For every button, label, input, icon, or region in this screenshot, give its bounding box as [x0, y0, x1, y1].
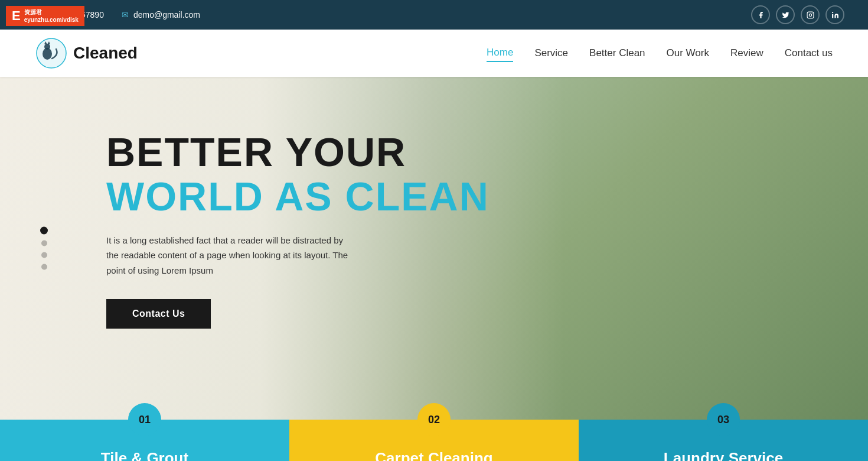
service-card-2: 02 Carpet Cleaning It is a long establis…	[289, 420, 579, 461]
nav-our-work[interactable]: Our Work	[667, 45, 709, 61]
hero-content: BETTER YOUR WORLD AS CLEAN It is a long …	[0, 77, 868, 329]
hero-description: It is a long established fact that a rea…	[106, 233, 354, 278]
hero-cta-button[interactable]: Contact Us	[106, 299, 211, 329]
email-icon: ✉	[122, 10, 129, 20]
social-links	[751, 5, 844, 24]
svg-point-1	[809, 14, 811, 16]
nav-better-clean[interactable]: Better Clean	[589, 45, 645, 61]
svg-point-6	[44, 44, 50, 50]
service-number-3: 03	[707, 403, 740, 436]
service-title-1: Tile & Grout	[24, 449, 266, 461]
nav-contact-us[interactable]: Contact us	[785, 45, 833, 61]
slide-dot-3[interactable]	[41, 252, 47, 258]
hero-title-line1: BETTER YOUR	[106, 130, 868, 174]
svg-point-3	[832, 12, 833, 13]
services-section: 01 Tile & Grout It is a long established…	[0, 420, 868, 461]
hero-title-line2: WORLD AS CLEAN	[106, 174, 868, 219]
service-card-3: 03 Laundry Service It is a long establis…	[579, 420, 868, 461]
top-bar: 📞 (+71)1234567890 ✉ demo@gmail.com	[0, 0, 868, 30]
email-contact: ✉ demo@gmail.com	[122, 10, 200, 20]
service-number-1: 01	[128, 403, 161, 436]
nav-links: Home Service Better Clean Our Work Revie…	[487, 44, 833, 62]
logo[interactable]: Cleaned	[35, 37, 138, 69]
nav-review[interactable]: Review	[730, 45, 763, 61]
service-title-3: Laundry Service	[602, 449, 844, 461]
watermark: E 资源君 eyunzhu.com/vdisk	[6, 6, 84, 26]
navbar: Cleaned Home Service Better Clean Our Wo…	[0, 30, 868, 77]
nav-home[interactable]: Home	[487, 44, 513, 62]
logo-icon	[35, 37, 67, 69]
service-card-1: 01 Tile & Grout It is a long established…	[0, 420, 289, 461]
nav-service[interactable]: Service	[534, 45, 568, 61]
service-title-2: Carpet Cleaning	[313, 449, 555, 461]
logo-text: Cleaned	[73, 44, 138, 63]
email-address: demo@gmail.com	[133, 10, 200, 20]
instagram-link[interactable]	[801, 5, 820, 24]
svg-rect-0	[807, 12, 814, 18]
linkedin-link[interactable]	[825, 5, 844, 24]
twitter-link[interactable]	[776, 5, 795, 24]
slide-dots	[40, 227, 48, 270]
watermark-text: 资源君 eyunzhu.com/vdisk	[24, 8, 79, 24]
svg-point-2	[811, 12, 812, 13]
slide-dot-1[interactable]	[40, 227, 48, 235]
watermark-letter: E	[12, 8, 21, 24]
slide-dot-4[interactable]	[41, 264, 47, 270]
facebook-link[interactable]	[751, 5, 770, 24]
slide-dot-2[interactable]	[41, 241, 47, 246]
service-number-2: 02	[417, 403, 451, 436]
hero-section: BETTER YOUR WORLD AS CLEAN It is a long …	[0, 77, 868, 420]
